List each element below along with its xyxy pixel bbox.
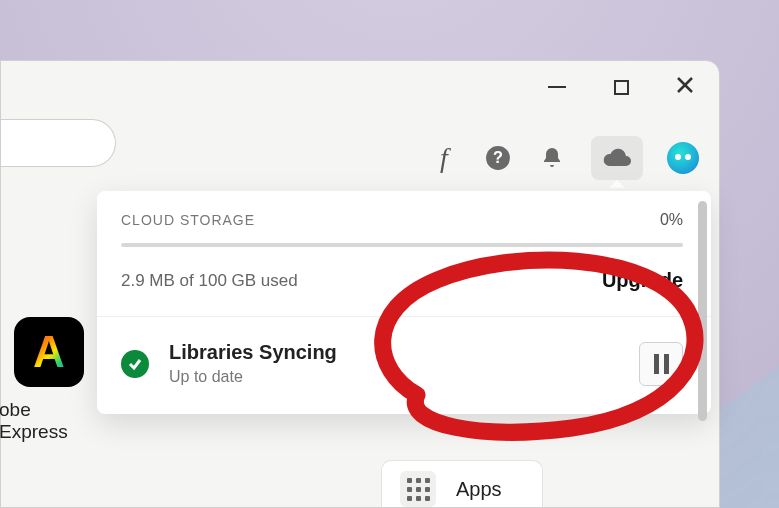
sync-text: Libraries Syncing Up to date xyxy=(169,341,619,386)
search-input[interactable] xyxy=(1,119,116,167)
app-tile-label: obe Express xyxy=(0,399,89,443)
maximize-button[interactable] xyxy=(607,73,635,101)
app-window: f ? A obe Express CLOUD STORAGE 0% 2.9 M… xyxy=(0,60,720,508)
pause-icon-bar xyxy=(654,354,659,374)
adobe-express-letter: A xyxy=(33,327,65,377)
storage-progress-bar xyxy=(121,243,683,247)
sync-section: Libraries Syncing Up to date xyxy=(97,317,711,414)
svg-text:?: ? xyxy=(493,148,503,166)
profile-avatar[interactable] xyxy=(667,142,699,174)
adobe-express-icon: A xyxy=(14,317,84,387)
panel-scrollbar[interactable] xyxy=(701,191,711,414)
cloud-storage-panel: CLOUD STORAGE 0% 2.9 MB of 100 GB used U… xyxy=(97,191,711,414)
minimize-button[interactable] xyxy=(543,73,571,101)
pause-sync-button[interactable] xyxy=(639,342,683,386)
sync-status-check-icon xyxy=(121,350,149,378)
storage-used-text: 2.9 MB of 100 GB used xyxy=(121,271,298,291)
window-controls xyxy=(543,73,699,101)
header-toolbar: f ? xyxy=(429,136,699,180)
apps-grid-icon xyxy=(400,471,436,507)
sync-title: Libraries Syncing xyxy=(169,341,619,364)
upgrade-link[interactable]: Upgrade xyxy=(602,269,683,292)
maximize-icon xyxy=(614,80,629,95)
notifications-icon[interactable] xyxy=(537,143,567,173)
cloud-sync-button[interactable] xyxy=(591,136,643,180)
fonts-icon[interactable]: f xyxy=(429,143,459,173)
close-icon xyxy=(676,76,694,98)
help-icon[interactable]: ? xyxy=(483,143,513,173)
pause-icon-bar xyxy=(664,354,669,374)
sync-status-text: Up to date xyxy=(169,368,619,386)
app-tile-adobe-express[interactable]: A obe Express xyxy=(9,317,89,443)
apps-switcher[interactable]: Apps xyxy=(381,460,543,507)
cloud-icon xyxy=(601,146,633,170)
panel-scrollbar-thumb[interactable] xyxy=(698,201,707,421)
storage-heading: CLOUD STORAGE xyxy=(121,212,255,228)
apps-switcher-label: Apps xyxy=(456,478,502,501)
storage-section: CLOUD STORAGE 0% 2.9 MB of 100 GB used U… xyxy=(97,191,711,317)
storage-percent: 0% xyxy=(660,211,683,229)
minimize-icon xyxy=(548,86,566,88)
close-button[interactable] xyxy=(671,73,699,101)
